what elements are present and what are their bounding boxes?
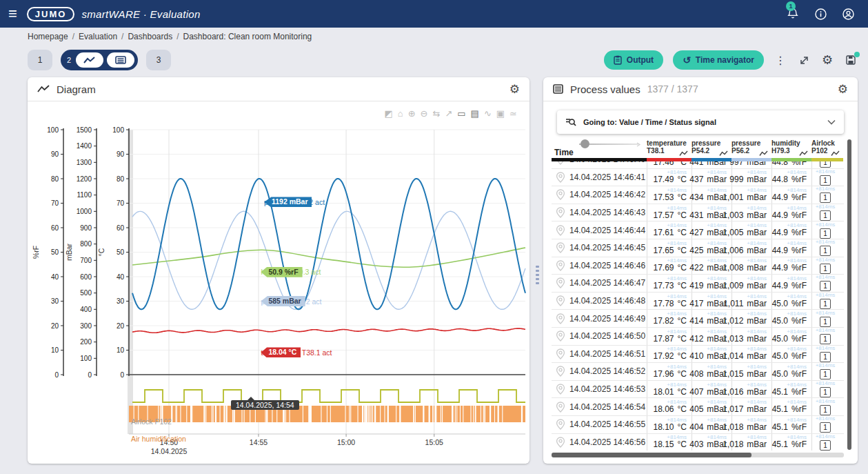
measurement-value: 17.92°C: [654, 352, 687, 361]
boolean-value-box: 1: [820, 228, 831, 239]
value-cell: +814ms45.0%rF: [771, 328, 811, 345]
svg-text:1200: 1200: [77, 175, 92, 183]
value-cell: +814ms45.0%rF: [771, 310, 811, 327]
svg-text:80: 80: [51, 175, 59, 183]
table-row[interactable]: 14.04.2025 14:46:44+814ms17.61°C+814ms42…: [552, 221, 844, 239]
measurement-value: 412mBar: [689, 335, 727, 344]
row-timestamp: 14.04.2025 14:46:48: [569, 293, 647, 310]
table-row[interactable]: 14.04.2025 14:46:47+814ms17.73°C+814ms41…: [552, 275, 844, 293]
measurement-value: 1,011mBar: [723, 299, 767, 308]
value-cell: +814ms18.01°C: [647, 381, 692, 398]
process-values-title: Process values: [570, 83, 640, 95]
column-header-T38-1[interactable]: temperatureT38.1: [647, 137, 692, 157]
table-row[interactable]: 14.04.2025 14:46:56+814ms18.15°C+814ms40…: [552, 434, 844, 451]
output-button-label: Output: [627, 55, 654, 65]
value-cell: +814ms1: [811, 398, 843, 415]
series-humidity-H79-3-act: [132, 248, 525, 267]
slider-knob[interactable]: [581, 139, 589, 148]
ms-offset-label: +814ms: [816, 169, 836, 175]
column-header-P54-2[interactable]: pressureP54.2: [692, 137, 731, 157]
svg-text:14.04.2025: 14.04.2025: [151, 447, 188, 455]
info-icon[interactable]: [813, 6, 828, 21]
svg-text:200: 200: [80, 338, 92, 346]
svg-text:30: 30: [51, 297, 59, 305]
table-row[interactable]: 14.04.2025 14:46:49+814ms17.82°C+814ms41…: [552, 310, 844, 328]
breadcrumb-item-1[interactable]: Homepage: [28, 32, 68, 41]
table-row[interactable]: 14.04.2025 14:46:43+814ms17.57°C+814ms43…: [552, 204, 844, 222]
table-row[interactable]: 14.04.2025 14:46:52+814ms17.96°C+814ms40…: [552, 363, 844, 381]
hamburger-menu-icon[interactable]: ≡: [8, 0, 17, 28]
value-cell: +814ms1,018mBar: [731, 434, 771, 451]
tab-3[interactable]: 3: [146, 50, 171, 70]
table-row[interactable]: 14.04.2025 14:46:46+814ms17.69°C+814ms42…: [552, 257, 844, 275]
value-cell: +814ms1: [811, 328, 843, 345]
svg-text:50: 50: [51, 248, 59, 256]
settings-gear-icon[interactable]: ⚙: [820, 53, 834, 67]
notifications-bell-icon[interactable]: 1: [785, 6, 800, 21]
process-values-count: 1377 / 1377: [647, 83, 698, 95]
table-view-button[interactable]: [107, 52, 134, 68]
svg-text:1100: 1100: [77, 191, 92, 199]
value-cell: +814ms44.8%rF: [771, 161, 811, 168]
table-row[interactable]: 14.04.2025 14:46:53+814ms18.01°C+814ms40…: [552, 381, 844, 399]
table-row[interactable]: 14.04.2025 14:46:51+814ms17.92°C+814ms41…: [552, 346, 844, 364]
table-row[interactable]: 14.04.2025 14:46:54+814ms18.06°C+814ms40…: [552, 398, 844, 416]
boolean-value-box: 1: [820, 440, 831, 451]
series-chart-icon: [679, 150, 688, 157]
location-pin-icon: [556, 384, 565, 395]
vertical-scrollbar[interactable]: [847, 139, 851, 450]
value-cell: +814ms1,011mBar: [731, 293, 771, 310]
user-account-icon[interactable]: [840, 6, 856, 21]
series-chart-icon: [799, 150, 808, 157]
chevron-down-icon: [827, 119, 836, 125]
table-row[interactable]: 14.04.2025 14:46:42+814ms17.53°C+814ms43…: [552, 186, 844, 204]
row-timestamp: 14.04.2025 14:46:54: [569, 398, 647, 415]
svg-text:800: 800: [80, 240, 92, 248]
value-cell: +814ms1: [811, 275, 843, 292]
time-offset-slider[interactable]: [579, 141, 638, 148]
value-cell: +814ms1,016mBar: [731, 381, 771, 398]
svg-text:15:00: 15:00: [337, 438, 355, 446]
clipboard-icon: [614, 55, 622, 65]
value-cell: +814ms1: [811, 239, 843, 257]
expand-fullscreen-icon[interactable]: [797, 53, 811, 67]
column-header-H79-3[interactable]: humidityH79.3: [771, 137, 811, 157]
process-settings-gear-icon[interactable]: ⚙: [838, 82, 848, 97]
horizontal-scrollbar-thumb[interactable]: [552, 453, 751, 457]
time-navigator-button[interactable]: ↺ Time navigator: [673, 50, 764, 70]
column-header-P102[interactable]: AirlockP102: [811, 137, 843, 157]
tab-2-active[interactable]: 2: [61, 50, 138, 70]
table-row[interactable]: 14.04.2025 14:46:40+814ms17.46°C+814ms44…: [552, 161, 844, 169]
value-cell: +814ms997mBar: [731, 161, 771, 168]
table-row[interactable]: 14.04.2025 14:46:50+814ms17.87°C+814ms41…: [552, 328, 844, 346]
tab-1[interactable]: 1: [28, 50, 52, 70]
kebab-menu-icon[interactable]: ⋮: [774, 53, 787, 67]
dashboard-tabs: 1 2 3: [28, 49, 171, 71]
measurement-value: 434mBar: [689, 193, 727, 202]
table-row[interactable]: 14.04.2025 14:46:45+814ms17.65°C+814ms42…: [552, 239, 844, 257]
diagram-view-button[interactable]: [76, 52, 103, 68]
measurement-value: 437mBar: [689, 175, 727, 184]
chart-plot-area[interactable]: 0102030405060708090100%rF010020030040050…: [28, 101, 529, 464]
ms-offset-label: +814ms: [816, 328, 836, 333]
table-row[interactable]: 14.04.2025 14:46:41+814ms17.49°C+814ms43…: [552, 169, 844, 187]
boolean-value-box: 1: [820, 405, 831, 415]
breadcrumb-item-2[interactable]: Evaluation: [79, 32, 117, 41]
measurement-value: 1,013mBar: [723, 335, 767, 344]
measurement-value: 18.06°C: [654, 405, 687, 414]
value-cell: +814ms45.0%rF: [771, 293, 811, 310]
table-row[interactable]: 14.04.2025 14:46:48+814ms17.78°C+814ms41…: [552, 293, 844, 310]
location-pin-icon: [556, 207, 565, 218]
location-pin-icon: [556, 277, 565, 288]
table-row[interactable]: 14.04.2025 14:46:55+814ms18.10°C+814ms40…: [552, 416, 844, 434]
diagram-settings-gear-icon[interactable]: ⚙: [509, 82, 520, 97]
panel-resize-handle[interactable]: [534, 263, 540, 286]
measurement-value: 417mBar: [689, 299, 727, 308]
output-button[interactable]: Output: [604, 50, 663, 70]
save-layout-icon[interactable]: [844, 53, 858, 67]
value-cell: +814ms44.9%rF: [771, 257, 811, 275]
svg-text:500: 500: [80, 289, 92, 297]
breadcrumb-item-3[interactable]: Dashboards: [128, 32, 172, 41]
column-header-P56-2[interactable]: pressureP56.2: [731, 137, 771, 157]
goto-search-dropdown[interactable]: Going to: Value / Time / Status signal: [557, 110, 844, 134]
